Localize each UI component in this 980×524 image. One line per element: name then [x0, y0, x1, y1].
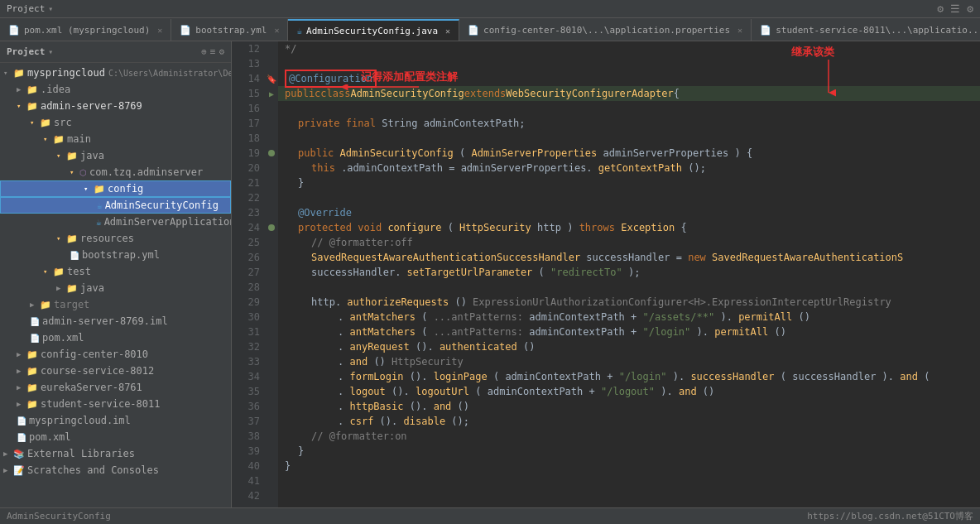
code-line-19: public AdminSecurityConfig ( AdminServer…: [278, 146, 980, 161]
sidebar-item-adminserverapplication[interactable]: ☕ AdminServerApplication: [0, 214, 231, 230]
gutter-25: [265, 235, 278, 250]
tab-adminsecurity[interactable]: ☕ AdminSecurityConfig.java ✕: [288, 19, 459, 41]
line-num-17: 17: [232, 116, 260, 131]
sidebar-item-main[interactable]: ▾ 📁 main: [0, 131, 231, 147]
line-num-33: 33: [232, 354, 260, 369]
tab-pom[interactable]: 📄 pom.xml (myspringcloud) ✕: [0, 19, 171, 41]
tab-adminsecurity-close[interactable]: ✕: [445, 26, 450, 36]
gutter-bookmark-14[interactable]: 🔖: [267, 75, 276, 84]
sidebar-item-target[interactable]: ▶ 📁 target: [0, 296, 231, 313]
editor-wrapper: 12 13 14 15 16 17 18 19 20 21 22 23 24 2…: [232, 41, 980, 507]
code-editor[interactable]: 记得添加配置类注解 继承该类 */: [278, 41, 980, 507]
sidebar-item-adminsecurityconfig[interactable]: ☕ AdminSecurityConfig: [0, 197, 231, 214]
gutter-24: [265, 220, 278, 235]
line-num-30: 30: [232, 310, 260, 324]
line-num-32: 32: [232, 339, 260, 354]
gutter-26: [265, 250, 278, 265]
sidebar-item-root-pom[interactable]: 📄 pom.xml: [0, 429, 231, 445]
sidebar-item-com[interactable]: ▾ ⬡ com.tzq.adminserver: [0, 164, 231, 180]
tab-bootstrap-close[interactable]: ✕: [274, 26, 279, 35]
gutter-33: [265, 354, 278, 369]
line-num-26: 26: [232, 250, 260, 265]
code-line-33: . and () HttpSecurity: [278, 354, 980, 369]
tab-pom-label: pom.xml (myspringcloud): [24, 25, 150, 36]
tab-configcenter[interactable]: 📄 config-center-8010\...\application.pro…: [459, 19, 752, 41]
code-line-22: [278, 190, 980, 205]
sidebar-item-idea[interactable]: ▶ 📁 .idea: [0, 81, 231, 98]
code-line-18: [278, 131, 980, 146]
code-line-17: private final String adminContextPath;: [278, 116, 980, 131]
sidebar-title: Project: [7, 46, 45, 57]
bottom-bar: AdminSecurityConfig https://blog.csdn.ne…: [0, 507, 980, 524]
sidebar-icon2[interactable]: ≡: [210, 46, 216, 57]
main-content: Project ▾ ⊕ ≡ ⚙ ▾ 📁 myspringcloud C:\Use…: [0, 41, 980, 507]
gutter-35: [265, 384, 278, 399]
sidebar-item-configcenter[interactable]: ▶ 📁 config-center-8010: [0, 346, 231, 363]
sidebar-item-pom[interactable]: 📄 pom.xml: [0, 329, 231, 346]
gutter-16: [265, 101, 278, 116]
sidebar-item-admin-server[interactable]: ▾ 📁 admin-server-8769: [0, 98, 231, 114]
line-num-20: 20: [232, 161, 260, 175]
gutter-dot-19[interactable]: [268, 150, 275, 156]
line-num-19: 19: [232, 146, 260, 161]
line-num-38: 38: [232, 429, 260, 444]
code-line-37: . csrf (). disable ();: [278, 414, 980, 429]
project-dropdown-icon[interactable]: ▾: [48, 4, 53, 13]
settings-icon[interactable]: ⚙: [937, 2, 944, 15]
gutter-23: [265, 205, 278, 220]
sidebar-item-eurekaserver[interactable]: ▶ 📁 eurekaServer-8761: [0, 379, 231, 396]
code-line-21: }: [278, 175, 980, 190]
gutter-14: 🔖: [265, 71, 278, 86]
tab-studentservice[interactable]: 📄 student-service-8011\...\applicatio...…: [752, 19, 980, 41]
gear-icon[interactable]: ⚙: [967, 2, 973, 15]
tab-bootstrap[interactable]: 📄 bootstrap.yml ✕: [171, 19, 288, 41]
line-num-13: 13: [232, 56, 260, 71]
gutter-run-15[interactable]: ▶: [269, 89, 274, 99]
structure-icon[interactable]: ☰: [950, 2, 960, 15]
line-num-34: 34: [232, 369, 260, 384]
sidebar-item-test[interactable]: ▾ 📁 test: [0, 263, 231, 280]
code-line-38: // @formatter:on: [278, 429, 980, 444]
gutter-20: [265, 161, 278, 175]
sidebar-item-external-libs[interactable]: ▶ 📚 External Libraries: [0, 445, 231, 462]
gutter-29: [265, 295, 278, 310]
tree-root[interactable]: ▾ 📁 myspringcloud C:\Users\Administrator…: [0, 65, 231, 81]
code-line-35: . logout (). logoutUrl ( adminContextPat…: [278, 384, 980, 399]
line-num-40: 40: [232, 459, 260, 474]
gutter-31: [265, 324, 278, 339]
gutter-12: [265, 41, 278, 56]
sidebar-item-config[interactable]: ▾ 📁 config: [0, 180, 231, 197]
sidebar-item-studentservice[interactable]: ▶ 📁 student-service-8011: [0, 396, 231, 412]
bottom-right-text: https://blog.csdn.net@51CTO博客: [807, 510, 973, 522]
gutter-19: [265, 146, 278, 161]
gutter-13: [265, 56, 278, 71]
gutter-dot-24[interactable]: [268, 224, 275, 231]
sidebar-item-java[interactable]: ▾ 📁 java: [0, 147, 231, 164]
sidebar-item-resources[interactable]: ▾ 📁 resources: [0, 230, 231, 247]
code-line-23: @Override: [278, 205, 980, 220]
tab-configcenter-close[interactable]: ✕: [737, 26, 742, 35]
gutter-28: [265, 280, 278, 295]
tab-configcenter-icon: 📄: [468, 25, 479, 36]
code-line-42: [278, 488, 980, 503]
sidebar-icon1[interactable]: ⊕: [201, 46, 207, 57]
sidebar-item-myspringcloud-iml[interactable]: 📄 myspringcloud.iml: [0, 412, 231, 429]
line-num-23: 23: [232, 205, 260, 220]
sidebar-item-bootstrap-yml[interactable]: 📄 bootstrap.yml: [0, 247, 231, 263]
tab-bar: 📄 pom.xml (myspringcloud) ✕ 📄 bootstrap.…: [0, 18, 980, 41]
sidebar-item-scratches[interactable]: ▶ 📝 Scratches and Consoles: [0, 462, 231, 478]
code-line-12: */: [278, 41, 980, 56]
code-line-34: . formLogin (). loginPage ( adminContext…: [278, 369, 980, 384]
code-line-39: }: [278, 444, 980, 459]
sidebar-icon3[interactable]: ⚙: [219, 46, 224, 57]
line-num-22: 22: [232, 190, 260, 205]
line-num-36: 36: [232, 399, 260, 414]
code-line-13: [278, 56, 980, 71]
sidebar-item-java2[interactable]: ▶ 📁 java: [0, 280, 231, 296]
sidebar-item-courseservice[interactable]: ▶ 📁 course-service-8012: [0, 363, 231, 379]
code-line-31: . antMatchers ( ...antPatterns: adminCon…: [278, 324, 980, 339]
sidebar-item-admin-iml[interactable]: 📄 admin-server-8769.iml: [0, 313, 231, 329]
tab-pom-close[interactable]: ✕: [157, 26, 162, 35]
sidebar-item-src[interactable]: ▾ 📁 src: [0, 114, 231, 131]
line-num-27: 27: [232, 265, 260, 280]
